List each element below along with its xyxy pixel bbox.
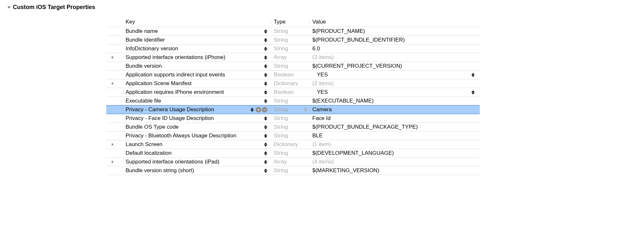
cell-key[interactable]: Privacy - Camera Usage Description + − <box>106 106 270 113</box>
table-row[interactable]: Application supports indirect input even… <box>106 70 480 79</box>
remove-button[interactable]: − <box>262 107 267 113</box>
stepper-icon[interactable] <box>263 168 268 173</box>
cell-key[interactable]: Executable file <box>106 98 270 104</box>
stepper-icon[interactable] <box>263 150 268 156</box>
cell-type[interactable]: String <box>270 124 309 130</box>
cell-key[interactable]: Application supports indirect input even… <box>106 72 270 78</box>
key-label: Bundle version string (short) <box>119 167 263 174</box>
stepper-icon[interactable] <box>263 142 268 147</box>
cell-type[interactable]: String <box>270 150 309 156</box>
table-row[interactable]: Application requires iPhone environment … <box>106 88 480 96</box>
cell-value[interactable]: (4 items) <box>309 159 480 165</box>
stepper-icon[interactable] <box>263 115 268 121</box>
cell-key[interactable]: Application Scene Manifest <box>106 80 270 87</box>
cell-type[interactable]: Array <box>270 54 309 61</box>
cell-key[interactable]: Supported interface orientations (iPhone… <box>106 54 270 61</box>
cell-type[interactable]: String <box>270 45 309 52</box>
section-header[interactable]: Custom iOS Target Properties <box>0 4 644 11</box>
cell-value[interactable]: $(DEVELOPMENT_LANGUAGE) <box>309 150 480 156</box>
key-label: Privacy - Face ID Usage Description <box>119 115 263 122</box>
cell-type[interactable]: String <box>270 98 309 104</box>
table-row[interactable]: Supported interface orientations (iPhone… <box>106 53 480 62</box>
stepper-icon[interactable] <box>263 81 268 86</box>
cell-value[interactable]: BLE <box>309 133 480 139</box>
cell-key[interactable]: Default localization <box>106 150 270 156</box>
table-row[interactable]: Privacy - Face ID Usage Description Stri… <box>106 114 480 123</box>
cell-key[interactable]: Bundle version <box>106 63 270 69</box>
table-row[interactable]: Application Scene Manifest Dictionary(2 … <box>106 79 480 88</box>
stepper-icon[interactable] <box>471 72 475 78</box>
cell-value[interactable]: $(CURRENT_PROJECT_VERSION) <box>309 63 480 69</box>
stepper-icon[interactable] <box>263 159 268 165</box>
cell-type[interactable]: Array <box>270 159 309 165</box>
table-row[interactable]: Bundle identifier String$(PRODUCT_BUNDLE… <box>106 35 480 44</box>
table-row[interactable]: Bundle version String$(CURRENT_PROJECT_V… <box>106 62 480 70</box>
cell-type[interactable]: String <box>270 167 309 174</box>
cell-type[interactable]: String <box>270 115 309 122</box>
stepper-icon[interactable] <box>263 133 268 139</box>
table-row[interactable]: Privacy - Camera Usage Description + −St… <box>106 105 480 114</box>
cell-key[interactable]: Bundle version string (short) <box>106 167 270 174</box>
table-row[interactable]: Default localization String$(DEVELOPMENT… <box>106 149 480 157</box>
stepper-icon[interactable] <box>303 107 308 113</box>
column-header-value[interactable]: Value <box>309 19 480 25</box>
cell-type[interactable]: String <box>270 133 309 139</box>
cell-key[interactable]: Application requires iPhone environment <box>106 89 270 95</box>
disclosure-chevron-icon[interactable] <box>106 143 119 146</box>
cell-value[interactable]: (3 items) <box>309 54 480 61</box>
cell-key[interactable]: Launch Screen <box>106 141 270 148</box>
stepper-icon[interactable] <box>471 89 475 95</box>
cell-type[interactable]: String <box>270 63 309 69</box>
cell-type[interactable]: Boolean <box>270 89 309 95</box>
cell-value[interactable]: YES <box>309 89 480 95</box>
cell-value[interactable]: 6.0 <box>309 45 480 52</box>
column-header-type[interactable]: Type <box>270 19 309 25</box>
stepper-icon[interactable] <box>263 124 268 130</box>
cell-value[interactable]: $(MARKETING_VERSION) <box>309 167 480 174</box>
table-row[interactable]: Bundle OS Type code String$(PRODUCT_BUND… <box>106 123 480 131</box>
disclosure-chevron-icon[interactable] <box>106 82 119 85</box>
cell-type[interactable]: String <box>270 37 309 43</box>
stepper-icon[interactable] <box>250 107 254 113</box>
stepper-icon[interactable] <box>263 98 268 104</box>
table-row[interactable]: Executable file String$(EXECUTABLE_NAME) <box>106 96 480 105</box>
cell-type[interactable]: String <box>270 106 309 113</box>
cell-key[interactable]: Privacy - Bluetooth Always Usage Descrip… <box>106 133 270 139</box>
cell-value[interactable]: Face Id <box>309 115 480 122</box>
cell-value[interactable]: YES <box>309 72 480 78</box>
cell-value[interactable]: $(PRODUCT_NAME) <box>309 28 480 35</box>
cell-key[interactable]: Bundle identifier <box>106 37 270 43</box>
cell-key[interactable]: Bundle OS Type code <box>106 124 270 130</box>
cell-value[interactable]: $(PRODUCT_BUNDLE_IDENTIFIER) <box>309 37 480 43</box>
cell-type[interactable]: Dictionary <box>270 80 309 87</box>
cell-type[interactable]: Dictionary <box>270 141 309 148</box>
stepper-icon[interactable] <box>263 46 268 52</box>
table-row[interactable]: Privacy - Bluetooth Always Usage Descrip… <box>106 131 480 140</box>
cell-type[interactable]: String <box>270 28 309 35</box>
stepper-icon[interactable] <box>263 28 268 34</box>
cell-value[interactable]: Camera <box>309 106 480 113</box>
disclosure-chevron-icon[interactable] <box>106 55 119 59</box>
disclosure-chevron-icon[interactable] <box>106 160 119 164</box>
table-row[interactable]: Bundle name String$(PRODUCT_NAME) <box>106 27 480 35</box>
stepper-icon[interactable] <box>263 37 268 43</box>
cell-value[interactable]: $(PRODUCT_BUNDLE_PACKAGE_TYPE) <box>309 124 480 130</box>
cell-value[interactable]: (2 items) <box>309 80 480 87</box>
table-row[interactable]: InfoDictionary version String6.0 <box>106 44 480 53</box>
column-header-key[interactable]: Key <box>106 19 270 25</box>
cell-key[interactable]: Supported interface orientations (iPad) <box>106 159 270 165</box>
stepper-icon[interactable] <box>263 72 268 78</box>
stepper-icon[interactable] <box>263 63 268 69</box>
stepper-icon[interactable] <box>263 89 268 95</box>
table-row[interactable]: Launch Screen Dictionary(1 item) <box>106 140 480 149</box>
cell-key[interactable]: InfoDictionary version <box>106 45 270 52</box>
cell-type[interactable]: Boolean <box>270 72 309 78</box>
cell-key[interactable]: Bundle name <box>106 28 270 35</box>
cell-value[interactable]: $(EXECUTABLE_NAME) <box>309 98 480 104</box>
cell-key[interactable]: Privacy - Face ID Usage Description <box>106 115 270 122</box>
cell-value[interactable]: (1 item) <box>309 141 480 148</box>
stepper-icon[interactable] <box>263 54 268 60</box>
table-row[interactable]: Bundle version string (short) String$(MA… <box>106 166 480 175</box>
table-row[interactable]: Supported interface orientations (iPad) … <box>106 157 480 166</box>
add-button[interactable]: + <box>256 107 261 113</box>
